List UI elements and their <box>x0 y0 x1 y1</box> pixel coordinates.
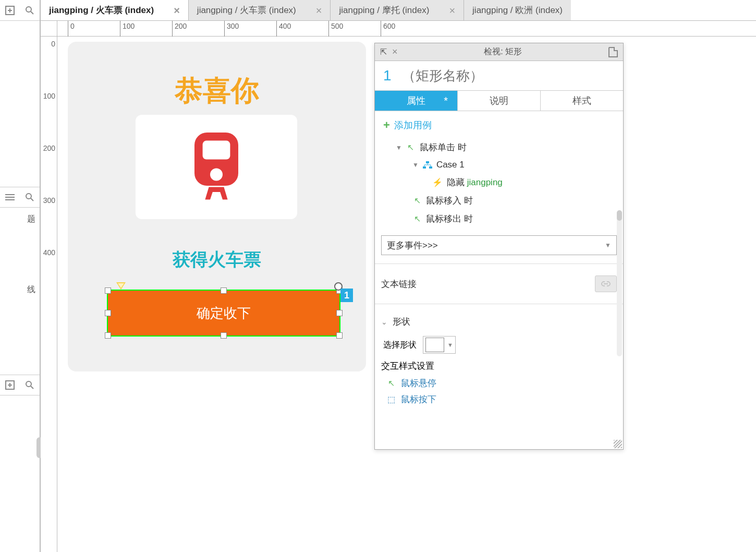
event-mousein[interactable]: 鼠标移入 时 <box>381 191 617 210</box>
close-icon[interactable]: × <box>449 5 455 16</box>
svg-rect-20 <box>429 166 432 169</box>
tab-bar: jiangping / 火车票 (index) × jiangping / 火车… <box>41 0 756 21</box>
plus-icon: + <box>383 118 390 132</box>
resize-handle[interactable] <box>336 332 343 339</box>
tab-notes[interactable]: 说明 <box>458 91 541 111</box>
close-icon[interactable]: × <box>392 46 398 57</box>
tab-style[interactable]: 样式 <box>541 91 623 111</box>
search-icon[interactable] <box>24 5 35 16</box>
search-icon[interactable] <box>24 191 35 203</box>
confirm-button-selected[interactable]: 确定收下 1 <box>107 290 340 337</box>
button-label: 确定收下 <box>197 304 251 322</box>
shape-select-dropdown[interactable]: ▼ <box>423 336 456 354</box>
left-bottom-tools <box>0 375 40 395</box>
panel-resize-handle[interactable] <box>614 440 622 448</box>
left-sidebar: 题 线 <box>0 0 41 552</box>
chevron-down-icon: ▼ <box>447 342 453 348</box>
search-icon[interactable] <box>24 379 35 391</box>
tab-label: jiangping / 火车票 (index) <box>197 4 296 16</box>
icon-card[interactable] <box>136 115 297 219</box>
left-sidebar-top-tools <box>0 0 40 21</box>
collapse-icon[interactable]: ▼ <box>396 144 402 151</box>
left-item-b[interactable]: 线 <box>0 278 40 302</box>
tab-properties[interactable]: 属性* <box>375 91 458 111</box>
left-mid-tools <box>0 187 40 208</box>
svg-point-8 <box>26 194 31 199</box>
svg-point-17 <box>210 168 223 181</box>
istyle-mousedown[interactable]: ⬚ 鼠标按下 <box>381 391 617 407</box>
action-hide[interactable]: ⚡ 隐藏 jiangping <box>381 173 617 191</box>
event-onclick[interactable]: ▼ 鼠标单击 时 <box>381 138 617 157</box>
menu-icon[interactable] <box>4 191 16 203</box>
interactions-tree: ▼ 鼠标单击 时 ▼ Case 1 ⚡ 隐藏 jiangping 鼠标移入 时 <box>381 138 617 228</box>
close-icon[interactable]: × <box>174 5 180 16</box>
svg-point-3 <box>26 7 31 12</box>
cursor-icon <box>412 196 422 206</box>
tab-label: jiangping / 欧洲 (index) <box>472 4 563 16</box>
ruler-vertical[interactable]: 0 100 200 300 400 <box>41 37 57 552</box>
inspector-title: 检视: 矩形 <box>403 46 603 57</box>
collapse-icon[interactable]: ▼ <box>412 161 419 169</box>
properties-body: + 添加用例 ▼ 鼠标单击 时 ▼ Case 1 ⚡ 隐藏 jiangping <box>375 111 623 449</box>
inspector-header[interactable]: ⇱ × 检视: 矩形 <box>375 43 623 61</box>
undock-icon[interactable]: ⇱ <box>380 47 387 57</box>
shape-section-header[interactable]: ⌄ 形状 <box>381 313 617 331</box>
scrollbar-thumb[interactable] <box>617 210 622 221</box>
tab-1[interactable]: jiangping / 火车票 (index) × <box>189 0 331 20</box>
page-icon[interactable] <box>608 47 618 57</box>
scrollbar-track <box>617 210 622 356</box>
svg-line-9 <box>31 198 33 201</box>
ruler-corner <box>41 21 57 37</box>
svg-rect-19 <box>423 166 426 169</box>
interaction-styles-title: 交互样式设置 <box>381 354 617 375</box>
left-item-a[interactable]: 题 <box>0 208 40 231</box>
note-indicator-icon[interactable] <box>116 282 126 290</box>
resize-handle[interactable] <box>105 310 111 316</box>
close-icon[interactable]: × <box>316 5 322 16</box>
event-mouseout[interactable]: 鼠标移出 时 <box>381 210 617 228</box>
tab-0[interactable]: jiangping / 火车票 (index) × <box>41 0 189 20</box>
headline-text[interactable]: 恭喜你 <box>68 72 366 110</box>
svg-line-14 <box>31 386 33 389</box>
chevron-down-icon: ▼ <box>605 242 611 249</box>
resize-handle[interactable] <box>105 332 111 339</box>
cursor-icon <box>386 379 396 388</box>
resize-handle[interactable] <box>336 310 343 316</box>
tab-label: jiangping / 火车票 (index) <box>49 4 154 16</box>
more-events-select[interactable]: 更多事件>>> ▼ <box>381 235 617 255</box>
action-target: jiangping <box>467 177 503 187</box>
cursor-icon <box>412 214 422 224</box>
resize-handle[interactable] <box>221 332 227 339</box>
link-button[interactable] <box>595 275 617 292</box>
svg-line-4 <box>31 11 33 14</box>
add-page-icon[interactable] <box>4 379 16 391</box>
tab-2[interactable]: jiangping / 摩托 (index) × <box>331 0 464 20</box>
lightning-icon: ⚡ <box>432 177 443 187</box>
link-icon <box>601 281 611 287</box>
widget-name-input[interactable] <box>402 68 615 84</box>
ruler-horizontal[interactable]: 0 100 200 300 400 500 600 <box>57 21 756 37</box>
case-icon <box>423 161 432 169</box>
resize-handle[interactable] <box>221 287 227 294</box>
istyle-hover[interactable]: 鼠标悬停 <box>381 375 617 391</box>
tab-label: jiangping / 摩托 (index) <box>339 4 429 16</box>
case-1[interactable]: ▼ Case 1 <box>381 157 617 173</box>
footnote-number[interactable]: 1 <box>383 67 392 84</box>
add-case-link[interactable]: + 添加用例 <box>381 116 617 138</box>
shape-select-label: 选择形状 <box>383 340 417 351</box>
svg-point-13 <box>26 381 31 387</box>
tab-3[interactable]: jiangping / 欧洲 (index) <box>464 0 571 20</box>
design-frame[interactable]: 恭喜你 获得火车票 确定收下 1 <box>68 42 366 371</box>
shape-swatch <box>425 338 444 352</box>
widget-name-row: 1 <box>375 61 623 90</box>
resize-handle[interactable] <box>105 287 111 294</box>
text-link-row: 文本链接 <box>381 272 617 295</box>
chevron-down-icon: ⌄ <box>381 318 387 326</box>
train-icon <box>185 128 248 206</box>
text-link-label: 文本链接 <box>381 278 417 290</box>
add-page-icon[interactable] <box>4 5 16 16</box>
property-tabs: 属性* 说明 样式 <box>375 90 623 111</box>
inspector-panel: ⇱ × 检视: 矩形 1 属性* 说明 样式 + 添加用例 ▼ 鼠标单击 时 ▼ <box>374 43 624 450</box>
interaction-badge[interactable]: 1 <box>340 289 353 302</box>
subtitle-text[interactable]: 获得火车票 <box>68 248 366 272</box>
